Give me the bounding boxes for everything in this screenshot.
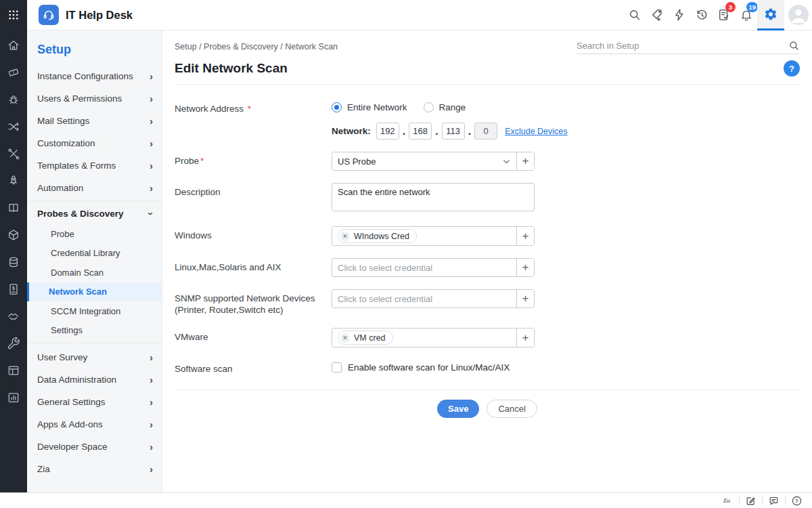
sidebar-item-user-survey[interactable]: User Survey›	[27, 346, 162, 368]
add-snmp-credential-button[interactable]: +	[516, 290, 534, 308]
windows-credential-field[interactable]: ✕ WIndows Cred	[332, 227, 516, 245]
wrench-icon[interactable]	[0, 330, 27, 357]
breadcrumb[interactable]: Setup / Probes & Discovery / Network Sca…	[175, 42, 338, 54]
search-input[interactable]	[577, 41, 788, 51]
add-windows-credential-button[interactable]: +	[516, 227, 534, 245]
notifications-badge: 19	[746, 2, 758, 12]
chevron-right-icon: ›	[150, 160, 153, 171]
add-probe-button[interactable]: +	[516, 152, 534, 170]
setup-search	[577, 40, 800, 54]
probe-select[interactable]: US Probe	[332, 152, 516, 170]
sidebar-item-templates-forms[interactable]: Templates & Forms›	[27, 154, 162, 177]
vmware-credential-chip[interactable]: ✕ VM cred	[338, 331, 393, 345]
sidebar-item-instance-configurations[interactable]: Instance Configurations›	[27, 65, 162, 87]
sidebar-item-users-permissions[interactable]: Users & Permissions›	[27, 87, 162, 110]
history-icon[interactable]	[690, 0, 713, 30]
bottom-bar: Zia ?	[0, 492, 812, 508]
octet-2-input[interactable]	[409, 123, 432, 140]
software-scan-checkbox[interactable]	[332, 362, 342, 373]
headset-logo-icon[interactable]	[39, 5, 59, 25]
description-textarea[interactable]: Scan the entire network	[332, 183, 535, 211]
invoice-icon[interactable]: $	[0, 276, 27, 303]
board-icon[interactable]	[0, 357, 27, 384]
octet-3-input[interactable]	[442, 123, 465, 140]
radio-entire-network[interactable]: Entire Network	[332, 102, 407, 112]
chevron-right-icon: ›	[150, 93, 153, 104]
remove-chip-icon[interactable]: ✕	[340, 333, 350, 343]
sidebar-item-customization[interactable]: Customization›	[27, 132, 162, 154]
report-chart-icon[interactable]	[0, 384, 27, 411]
sidebar-subitem-network-scan[interactable]: Network Scan	[27, 282, 162, 302]
database-icon[interactable]	[0, 249, 27, 276]
sidebar-subitem-sccm-integration[interactable]: SCCM Integration	[27, 301, 162, 321]
linux-credential-field[interactable]: Click to select credential	[332, 259, 516, 276]
search-icon[interactable]	[623, 0, 646, 30]
svg-text:?: ?	[795, 498, 798, 504]
sidebar-subitem-probe[interactable]: Probe	[27, 224, 162, 244]
help-button[interactable]: ?	[784, 60, 800, 77]
search-icon[interactable]	[788, 40, 800, 51]
chevron-down-icon	[502, 157, 511, 166]
zia-assistant-icon[interactable]: Zia	[717, 493, 739, 508]
sidebar-subitem-settings[interactable]: Settings	[27, 321, 162, 341]
feedback-edit-icon[interactable]	[740, 493, 762, 508]
sidebar-item-general-settings[interactable]: General Settings›	[27, 391, 162, 413]
snmp-credential-field[interactable]: Click to select credential	[332, 290, 516, 308]
sidebar-subitem-credential-library[interactable]: Credential Library	[27, 244, 162, 263]
sidebar-item-apps-addons[interactable]: Apps & Add-ons›	[27, 413, 162, 436]
add-linux-credential-button[interactable]: +	[516, 259, 534, 276]
vmware-label: VMware	[175, 328, 332, 343]
apps-grid-icon[interactable]	[0, 0, 27, 30]
topbar-actions: 3 19	[623, 0, 812, 30]
top-bar: IT Help Desk	[0, 0, 812, 30]
sidebar-item-data-administration[interactable]: Data Administration›	[27, 368, 162, 391]
sidebar-item-developer-space[interactable]: Developer Space›	[27, 436, 162, 458]
chevron-down-icon: ›	[145, 212, 157, 215]
ticket-icon[interactable]	[0, 59, 27, 86]
handshake-icon[interactable]	[0, 303, 27, 330]
bug-icon[interactable]	[0, 86, 27, 113]
sidebar-item-probes-discovery[interactable]: Probes & Discovery›	[27, 203, 162, 224]
approvals-badge: 3	[725, 2, 736, 12]
software-scan-checkbox-label: Enable software scan for Linux/Mac/AIX	[348, 362, 510, 373]
notifications-bell-icon[interactable]: 19	[735, 0, 757, 30]
vmware-credential-field[interactable]: ✕ VM cred	[332, 329, 516, 347]
chat-icon[interactable]	[763, 493, 785, 508]
help-circle-icon[interactable]: ?	[786, 493, 808, 508]
remove-chip-icon[interactable]: ✕	[340, 232, 350, 241]
cancel-button[interactable]: Cancel	[487, 400, 537, 418]
rocket-icon[interactable]	[0, 167, 27, 194]
save-button[interactable]: Save	[437, 400, 479, 418]
radio-selected-icon[interactable]	[332, 102, 342, 112]
exclude-devices-link[interactable]: Exclude Devices	[505, 127, 567, 136]
app-title: IT Help Desk	[66, 9, 133, 22]
sidebar-item-mail-settings[interactable]: Mail Settings›	[27, 110, 162, 132]
tools-icon[interactable]	[0, 140, 27, 167]
description-label: Description	[175, 183, 332, 198]
approvals-icon[interactable]: 3	[713, 0, 735, 30]
add-vmware-credential-button[interactable]: +	[516, 329, 534, 347]
octet-1-input[interactable]	[376, 123, 399, 140]
probes-discovery-section: Probes & Discovery› Probe Credential Lib…	[27, 200, 162, 343]
network-address-label: Network Address *	[175, 100, 332, 114]
chevron-right-icon: ›	[150, 419, 153, 430]
package-cube-icon[interactable]	[0, 221, 27, 249]
shuffle-icon[interactable]	[0, 113, 27, 140]
radio-unselected-icon[interactable]	[424, 102, 434, 112]
main-content: Setup / Probes & Discovery / Network Sca…	[162, 30, 812, 492]
book-icon[interactable]	[0, 194, 27, 221]
sidebar-item-zia[interactable]: Zia›	[27, 458, 162, 480]
chevron-right-icon: ›	[150, 463, 153, 475]
user-avatar[interactable]	[788, 5, 809, 25]
sidebar-title: Setup	[27, 39, 162, 65]
windows-credential-chip[interactable]: ✕ WIndows Cred	[338, 229, 417, 243]
chevron-right-icon: ›	[150, 70, 153, 82]
home-icon[interactable]	[0, 32, 27, 59]
radio-range[interactable]: Range	[424, 102, 466, 112]
settings-gear-icon[interactable]	[757, 0, 784, 30]
flash-icon[interactable]	[668, 0, 690, 30]
tag-add-icon[interactable]	[646, 0, 668, 30]
sidebar-subitem-domain-scan[interactable]: Domain Scan	[27, 263, 162, 282]
software-scan-label: Software scan	[175, 360, 332, 375]
sidebar-item-automation[interactable]: Automation›	[27, 177, 162, 199]
